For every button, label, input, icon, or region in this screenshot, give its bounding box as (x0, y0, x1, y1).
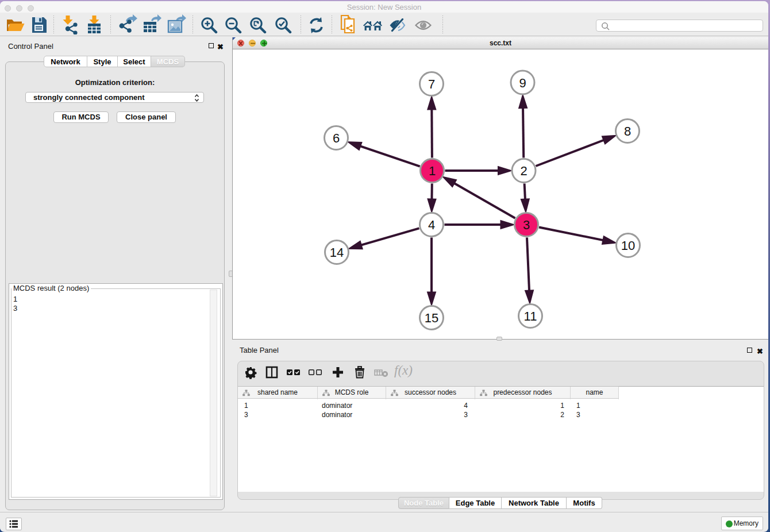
svg-text:3: 3 (523, 218, 530, 232)
svg-text:6: 6 (333, 131, 340, 145)
svg-text:11: 11 (524, 309, 537, 323)
svg-text:10: 10 (621, 238, 635, 253)
svg-text:4: 4 (428, 218, 435, 232)
svg-text:15: 15 (425, 311, 438, 325)
svg-text:9: 9 (519, 76, 526, 90)
svg-text:7: 7 (428, 77, 435, 91)
svg-text:2: 2 (520, 164, 527, 178)
svg-text:1: 1 (429, 164, 436, 178)
svg-text:14: 14 (330, 245, 344, 260)
svg-text:8: 8 (624, 124, 631, 138)
